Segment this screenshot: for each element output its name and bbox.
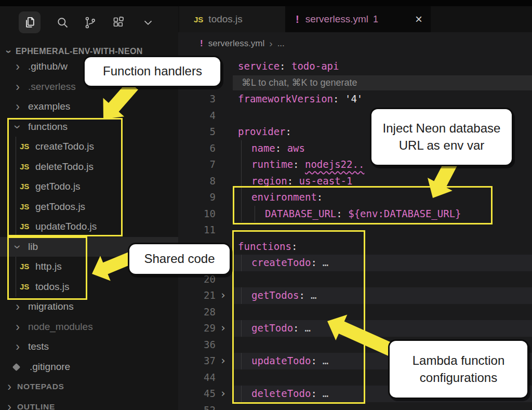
breadcrumb-more[interactable]: ... [277,38,285,49]
line-number: 28 [178,304,216,321]
tab-label: todos.js [208,14,242,25]
tree-item-tests[interactable]: ›tests [0,337,178,356]
line-number: 3 [178,91,216,108]
close-icon[interactable]: × [415,14,422,24]
callout-function-handlers: Function handlers [83,56,222,87]
callout-inject-neon-url: Inject Neon database URL as env var [370,108,513,166]
fold-chevron-icon[interactable]: › [220,320,227,337]
code-line-service[interactable]: service: todo-api [178,58,532,75]
chevron-right-icon: › [12,57,23,76]
line-number: 9 [178,189,216,206]
line-number: 29 [178,320,216,337]
code-text: runtime: nodejs22.. [251,156,364,173]
chevron-right-icon: › [12,97,23,116]
code-text: service: todo-api [238,58,339,75]
gitignore-icon [12,363,21,371]
yaml-key: provider [238,126,286,137]
tab-label: serverless.yml [305,14,368,25]
highlight-box-functions-config [232,230,365,404]
tree-item-node-modules[interactable]: ›node_modules [0,317,178,337]
window-top-strip [0,0,532,6]
punctuation: : [286,126,291,137]
fold-chevron-icon[interactable]: › [220,386,227,402]
tree-item-label: .gitignore [30,357,70,377]
tab-serverless-yml[interactable]: ! serverless.yml 1 × [285,6,431,32]
line-number: 8 [178,173,216,190]
code-line-3[interactable]: 3frameworkVersion: '4' [178,91,532,108]
tree-item-gitignore[interactable]: .gitignore [0,357,178,377]
chevron-right-icon: › [12,317,23,337]
line-number: 5 [178,124,216,140]
tree-item-outline[interactable]: ›OUTLINE [0,397,178,410]
code-line-hint[interactable]: ⌘L to chat, ⌘K to generate [178,75,532,91]
line-number: 11 [178,222,216,239]
tab-bar: JS todos.js ! serverless.yml 1 × [178,6,532,32]
tree-item-label: node_modules [28,317,93,337]
punctuation: : [293,158,299,170]
indent-guide [241,156,242,173]
line-number: 44 [178,369,216,386]
line-number: 4 [178,108,216,124]
tree-item-label: tests [28,337,49,356]
breadcrumb-file[interactable]: serverless.yml [208,38,265,49]
chevron-right-icon: › [12,77,23,97]
yaml-key: name [251,142,275,154]
code-text: provider: [238,124,291,140]
tree-item-label: OUTLINE [17,397,55,410]
tab-todos-js[interactable]: JS todos.js [179,6,285,32]
yaml-key: service [238,60,280,72]
punctuation: : [333,93,339,104]
code-text: name: aws [251,140,305,157]
inline-ai-hint: ⌘L to chat, ⌘K to generate [233,75,532,90]
vscode-window: { "colors":{"accent_pink":"#de71c8","ann… [0,0,532,410]
line-number: 37 [178,353,216,369]
line-number: 52 [178,402,216,410]
tree-item-label: .github/w [28,57,68,76]
line-number: 6 [178,140,216,157]
tree-item-label: examples [28,97,70,116]
warning-icon: ! [200,38,203,49]
fold-chevron-icon[interactable]: › [220,353,227,369]
callout-lambda-configs: Lambda function configurations [388,339,529,399]
tree-item-label: .serverless [28,77,76,97]
chevron-right-icon: › [4,397,15,410]
callout-text: Lambda function configurations [395,352,522,386]
js-icon: JS [194,15,203,24]
callout-text: Function handlers [103,63,202,80]
highlight-box-environment [233,186,493,224]
yaml-key: frameworkVersion [238,93,333,104]
chevron-right-icon: › [269,38,272,49]
punctuation: : [287,175,293,187]
warning-icon: ! [296,14,299,25]
line-number: 21 [178,287,216,304]
problem-count-badge: 1 [373,14,378,25]
line-number: 10 [178,206,216,222]
yaml-key: runtime [251,158,293,170]
yaml-value: '4' [345,93,363,104]
callout-text: Inject Neon database URL as env var [377,120,507,154]
yaml-value: aws [287,142,305,154]
fold-chevron-icon[interactable]: › [220,287,227,304]
code-text: frameworkVersion: '4' [238,91,363,108]
line-number: 7 [178,156,216,173]
yaml-value: nodejs22.. [305,158,364,170]
yaml-value: us-east-1 [299,175,353,187]
line-number: 45 [178,386,216,402]
chevron-right-icon: › [4,377,15,396]
punctuation: : [275,142,281,154]
tree-item-examples[interactable]: ›examples [0,97,178,116]
callout-shared-code: Shared code [128,243,231,275]
yaml-key: region [251,175,287,187]
tree-item-notepads[interactable]: ›NOTEPADS [0,377,178,396]
highlight-box-lib-folder [7,236,87,300]
indent-guide [241,140,242,157]
chevron-right-icon: › [12,337,23,356]
tree-item-label: NOTEPADS [17,377,64,396]
callout-text: Shared code [144,250,215,267]
punctuation: : [280,60,285,72]
highlight-box-functions-folder [7,118,123,236]
yaml-value: todo-api [291,60,339,72]
breadcrumb: ! serverless.yml › ... [178,32,532,55]
line-number: 36 [178,337,216,353]
